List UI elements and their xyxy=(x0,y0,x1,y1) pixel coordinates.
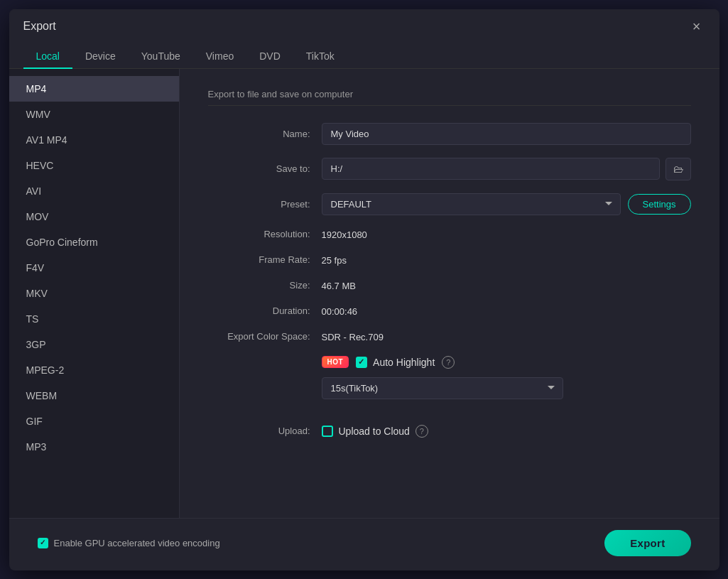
name-row: Name: xyxy=(208,123,691,145)
format-hevc[interactable]: HEVC xyxy=(9,153,179,178)
folder-button[interactable]: 🗁 xyxy=(665,158,691,180)
format-list: MP4 WMV AV1 MP4 HEVC AVI MOV GoPro Cinef… xyxy=(9,69,180,518)
format-webm[interactable]: WEBM xyxy=(9,383,179,408)
save-to-row: Save to: 🗁 xyxy=(208,158,691,180)
format-mp4[interactable]: MP4 xyxy=(9,76,179,102)
section-title: Export to file and save on computer xyxy=(208,89,691,106)
name-label: Name: xyxy=(208,129,322,139)
auto-highlight-label[interactable]: Auto Highlight xyxy=(356,357,435,368)
duration-dropdown-row: 15s(TikTok) 30s 60s xyxy=(322,377,691,399)
size-row: Size: 46.7 MB xyxy=(208,279,691,292)
modal-header: Export × xyxy=(9,9,719,35)
color-space-value: SDR - Rec.709 xyxy=(322,332,384,342)
main-panel: Export to file and save on computer Name… xyxy=(180,69,719,518)
export-modal: Export × Local Device YouTube Vimeo DVD … xyxy=(9,9,719,570)
size-value: 46.7 MB xyxy=(322,281,356,291)
hot-badge: HOT xyxy=(322,356,349,368)
format-avi[interactable]: AVI xyxy=(9,178,179,204)
tab-device[interactable]: Device xyxy=(72,45,129,69)
framerate-value: 25 fps xyxy=(322,255,347,266)
resolution-row: Resolution: 1920x1080 xyxy=(208,228,691,241)
tab-local[interactable]: Local xyxy=(23,45,72,69)
framerate-row: Frame Rate: 25 fps xyxy=(208,254,691,266)
content-area: MP4 WMV AV1 MP4 HEVC AVI MOV GoPro Cinef… xyxy=(9,69,719,518)
upload-row: Upload: Upload to Cloud ? xyxy=(208,425,691,438)
save-to-label: Save to: xyxy=(208,163,322,174)
gpu-checkbox[interactable] xyxy=(38,538,48,548)
resolution-control: 1920x1080 xyxy=(322,228,691,241)
tab-youtube[interactable]: YouTube xyxy=(129,45,193,69)
format-av1mp4[interactable]: AV1 MP4 xyxy=(9,127,179,153)
upload-help-icon[interactable]: ? xyxy=(415,425,428,438)
duration-dropdown[interactable]: 15s(TikTok) 30s 60s xyxy=(322,377,563,399)
tab-tiktok[interactable]: TikTok xyxy=(293,45,347,69)
format-mov[interactable]: MOV xyxy=(9,204,179,229)
format-ts[interactable]: TS xyxy=(9,306,179,332)
settings-button[interactable]: Settings xyxy=(628,194,691,215)
footer-area: Enable GPU accelerated video encoding Ex… xyxy=(9,518,719,570)
save-to-input[interactable] xyxy=(322,158,660,180)
color-space-control: SDR - Rec.709 xyxy=(322,330,691,343)
color-space-label: Export Color Space: xyxy=(208,331,322,342)
preset-row: Preset: DEFAULT Custom High Quality Low … xyxy=(208,193,691,215)
duration-row: Duration: 00:00:46 xyxy=(208,305,691,318)
save-to-control: 🗁 xyxy=(322,158,691,180)
format-mkv[interactable]: MKV xyxy=(9,281,179,306)
format-mp3[interactable]: MP3 xyxy=(9,434,179,460)
resolution-value: 1920x1080 xyxy=(322,229,367,240)
gpu-text: Enable GPU accelerated video encoding xyxy=(54,538,220,548)
auto-highlight-row: HOT Auto Highlight ? 15s(TikTok) 30s 60s xyxy=(208,356,691,412)
format-mpeg2[interactable]: MPEG-2 xyxy=(9,357,179,383)
duration-label: Duration: xyxy=(208,305,322,316)
name-control xyxy=(322,123,691,145)
upload-to-cloud-label[interactable]: Upload to Cloud xyxy=(322,426,410,437)
gpu-label[interactable]: Enable GPU accelerated video encoding xyxy=(38,538,220,548)
auto-highlight-section: HOT Auto Highlight ? 15s(TikTok) 30s 60s xyxy=(322,356,691,412)
auto-highlight-help-icon[interactable]: ? xyxy=(442,356,455,369)
preset-select[interactable]: DEFAULT Custom High Quality Low Quality xyxy=(322,193,621,215)
preset-label: Preset: xyxy=(208,199,322,210)
upload-control: Upload to Cloud ? xyxy=(322,425,691,438)
folder-icon: 🗁 xyxy=(673,163,683,175)
format-gif[interactable]: GIF xyxy=(9,408,179,434)
export-button[interactable]: Export xyxy=(604,530,690,556)
close-button[interactable]: × xyxy=(688,18,705,35)
format-gopro[interactable]: GoPro Cineform xyxy=(9,229,179,255)
tab-vimeo[interactable]: Vimeo xyxy=(193,45,246,69)
size-control: 46.7 MB xyxy=(322,279,691,292)
duration-value: 00:00:46 xyxy=(322,306,358,317)
framerate-label: Frame Rate: xyxy=(208,254,322,265)
preset-control: DEFAULT Custom High Quality Low Quality … xyxy=(322,193,691,215)
upload-to-cloud-text: Upload to Cloud xyxy=(339,426,410,437)
size-label: Size: xyxy=(208,280,322,291)
upload-to-cloud-checkbox[interactable] xyxy=(322,426,333,437)
auto-highlight-checkbox[interactable] xyxy=(356,357,367,368)
name-input[interactable] xyxy=(322,123,691,145)
modal-title: Export xyxy=(23,20,56,33)
resolution-label: Resolution: xyxy=(208,229,322,239)
auto-highlight-inner-row: HOT Auto Highlight ? xyxy=(322,356,691,369)
color-space-row: Export Color Space: SDR - Rec.709 xyxy=(208,330,691,343)
tab-dvd[interactable]: DVD xyxy=(246,45,293,69)
tabs-bar: Local Device YouTube Vimeo DVD TikTok xyxy=(9,38,719,69)
upload-label: Upload: xyxy=(208,426,322,436)
duration-control: 00:00:46 xyxy=(322,305,691,318)
auto-highlight-text: Auto Highlight xyxy=(373,357,435,368)
framerate-control: 25 fps xyxy=(322,254,691,266)
format-3gp[interactable]: 3GP xyxy=(9,332,179,357)
format-f4v[interactable]: F4V xyxy=(9,255,179,281)
format-wmv[interactable]: WMV xyxy=(9,102,179,127)
